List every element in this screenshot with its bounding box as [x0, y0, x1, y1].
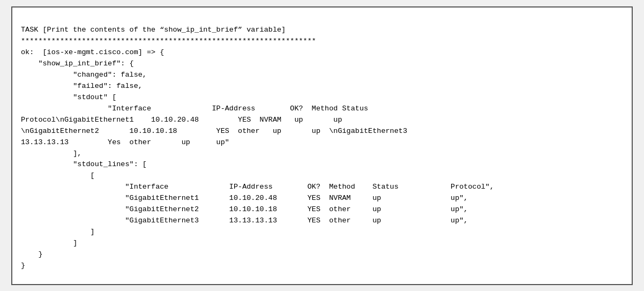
line-stdout-value: "Interface IP-Address OK? Method Status …: [21, 105, 407, 146]
line-stdout-open: "stdout" [: [21, 93, 116, 101]
line-stdout-lines-close: ]: [21, 239, 77, 247]
line-gigabit1: "GigabitEthernet1 10.10.20.48 YES NVRAM …: [21, 194, 468, 202]
line-show-ip-key: "show_ip_int_brief": {: [21, 59, 134, 68]
line-inner-array-open: [: [21, 171, 95, 180]
line-stdout-lines-open: "stdout_lines": [: [21, 160, 147, 168]
line-separator: ****************************************…: [21, 37, 316, 45]
line-failed: "failed": false,: [21, 82, 143, 90]
line-show-ip-close: }: [21, 250, 43, 258]
line-inner-array-close: ]: [21, 228, 95, 236]
line-gigabit2: "GigabitEthernet2 10.10.10.18 YES other …: [21, 205, 468, 213]
terminal-output: TASK [Print the contents of the “show_ip…: [11, 6, 633, 285]
line-stdout-close: ],: [21, 150, 81, 158]
line-ok: ok: [ios-xe-mgmt.cisco.com] => {: [21, 48, 164, 56]
line-table-header: "Interface IP-Address OK? Method Status …: [21, 183, 494, 191]
line-root-close: }: [21, 262, 25, 270]
line-changed: "changed": false,: [21, 71, 147, 79]
line-gigabit3: "GigabitEthernet3 13.13.13.13 YES other …: [21, 217, 468, 225]
line-task-header: TASK [Print the contents of the “show_ip…: [21, 26, 286, 34]
